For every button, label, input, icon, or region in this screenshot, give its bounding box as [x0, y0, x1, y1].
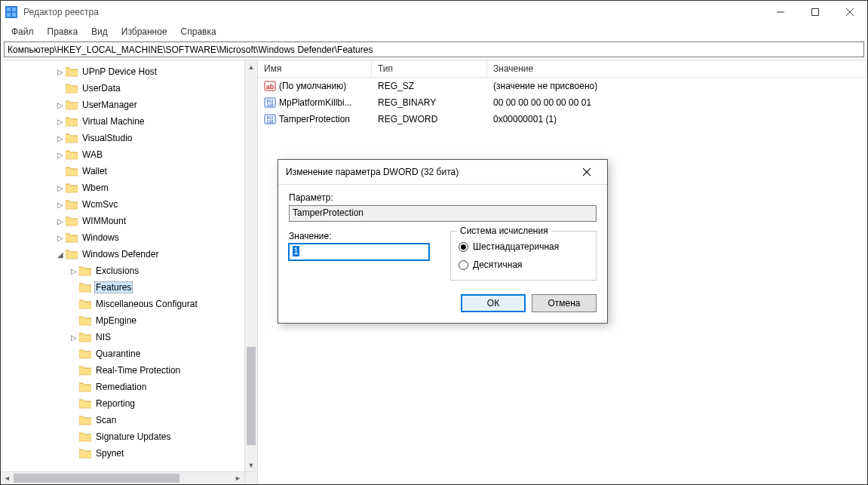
tree-item-label: Windows: [81, 232, 119, 243]
tree-item[interactable]: ▷Windows: [1, 229, 257, 246]
maximize-button[interactable]: [798, 1, 833, 23]
folder-icon: [79, 315, 91, 326]
menu-file[interactable]: Файл: [5, 25, 40, 38]
values-list[interactable]: ab(По умолчанию)REG_SZ(значение не присв…: [258, 78, 867, 127]
menu-edit[interactable]: Правка: [41, 25, 84, 38]
expand-icon[interactable]: [69, 300, 79, 308]
tree-item[interactable]: Wallet: [1, 163, 257, 180]
value-row[interactable]: 011110TamperProtectionREG_DWORD0x0000000…: [258, 111, 867, 127]
address-bar[interactable]: Компьютер\HKEY_LOCAL_MACHINE\SOFTWARE\Mi…: [4, 41, 864, 57]
column-type[interactable]: Тип: [372, 60, 487, 77]
expand-icon[interactable]: ▷: [69, 267, 79, 275]
expand-icon[interactable]: [69, 416, 79, 425]
tree-item[interactable]: Quarantine: [1, 345, 257, 362]
tree-item[interactable]: ▷Wbem: [1, 180, 257, 196]
value-data: (значение не присвоено): [487, 81, 867, 91]
folder-icon: [66, 66, 78, 77]
tree-item[interactable]: ▷Virtual Machine: [1, 113, 257, 130]
expand-icon[interactable]: [55, 84, 66, 93]
minimize-button[interactable]: [763, 1, 798, 23]
value-input[interactable]: 1: [289, 244, 429, 260]
expand-icon[interactable]: [69, 367, 79, 375]
tree-item[interactable]: MpEngine: [1, 312, 257, 329]
expand-icon[interactable]: ▷: [55, 217, 66, 226]
folder-icon: [66, 249, 78, 259]
tree-item[interactable]: ▷UPnP Device Host: [1, 63, 257, 80]
expand-icon[interactable]: ▷: [55, 151, 66, 159]
menu-favorites[interactable]: Избранное: [115, 25, 173, 38]
registry-editor-window: Редактор реестра Файл Правка Вид Избранн…: [0, 0, 868, 485]
expand-icon[interactable]: ▷: [55, 201, 66, 209]
ok-button[interactable]: ОК: [461, 294, 526, 312]
tree-item-label: Quarantine: [94, 348, 140, 359]
expand-icon[interactable]: [55, 167, 66, 176]
tree-item[interactable]: Scan: [1, 412, 257, 428]
tree-item[interactable]: Reporting: [1, 395, 257, 412]
expand-icon[interactable]: [69, 400, 79, 408]
value-row[interactable]: ab(По умолчанию)REG_SZ(значение не присв…: [258, 78, 867, 94]
tree-item[interactable]: ◢Windows Defender: [1, 246, 257, 262]
param-name-field[interactable]: TamperProtection: [289, 205, 597, 222]
value-name: TamperProtection: [279, 114, 350, 124]
folder-icon: [79, 282, 91, 293]
expand-icon[interactable]: ◢: [55, 250, 66, 259]
tree-item-label: WIMMount: [81, 216, 126, 226]
scroll-thumb[interactable]: [247, 347, 256, 445]
scroll-left-button[interactable]: ◄: [1, 472, 14, 484]
expand-icon[interactable]: ▷: [55, 184, 66, 192]
expand-icon[interactable]: [69, 450, 79, 458]
dialog-titlebar[interactable]: Изменение параметра DWORD (32 бита): [278, 160, 607, 184]
column-value[interactable]: Значение: [487, 60, 867, 77]
svg-text:110: 110: [266, 119, 273, 124]
radio-icon: [459, 260, 468, 270]
svg-rect-3: [7, 13, 11, 17]
folder-icon: [66, 133, 78, 143]
expand-icon[interactable]: [69, 284, 79, 292]
scroll-up-button[interactable]: ▲: [245, 60, 257, 73]
tree-item[interactable]: ▷Exclusions: [1, 262, 257, 279]
expand-icon[interactable]: ▷: [55, 101, 66, 109]
value-row[interactable]: 011110MpPlatformKillbi...REG_BINARY00 00…: [258, 94, 867, 111]
radio-dec[interactable]: Десятичная: [459, 257, 588, 272]
tree-item[interactable]: Features: [1, 279, 257, 296]
close-button[interactable]: [833, 1, 867, 23]
registry-tree[interactable]: ▷UPnP Device Host UserData▷UserManager▷V…: [1, 60, 257, 484]
radio-hex[interactable]: Шестнадцатеричная: [459, 239, 588, 254]
tree-item-label: Real-Time Protection: [94, 365, 180, 376]
scroll-down-button[interactable]: ▼: [245, 459, 257, 471]
scroll-right-button[interactable]: ►: [232, 472, 244, 484]
tree-vertical-scrollbar[interactable]: ▲ ▼: [244, 60, 257, 471]
tree-item[interactable]: ▷VisualStudio: [1, 130, 257, 146]
tree-item[interactable]: ▷NIS: [1, 329, 257, 345]
tree-item[interactable]: Remediation: [1, 379, 257, 395]
expand-icon[interactable]: [69, 317, 79, 325]
tree-item-label: WcmSvc: [81, 199, 118, 210]
tree-item[interactable]: Spynet: [1, 445, 257, 462]
tree-item[interactable]: Signature Updates: [1, 428, 257, 445]
tree-item[interactable]: UserData: [1, 80, 257, 97]
expand-icon[interactable]: ▷: [55, 134, 66, 143]
tree-item[interactable]: ▷WAB: [1, 146, 257, 163]
expand-icon[interactable]: ▷: [69, 333, 79, 342]
tree-item-label: UserManager: [81, 100, 137, 110]
folder-icon: [79, 266, 91, 276]
menu-view[interactable]: Вид: [85, 25, 114, 38]
tree-item[interactable]: Miscellaneous Configurat: [1, 296, 257, 312]
expand-icon[interactable]: [69, 383, 79, 391]
menu-help[interactable]: Справка: [175, 25, 222, 38]
expand-icon[interactable]: ▷: [55, 118, 66, 126]
tree-horizontal-scrollbar[interactable]: ◄ ►: [1, 471, 244, 484]
tree-item[interactable]: ▷UserManager: [1, 97, 257, 113]
tree-item[interactable]: ▷WcmSvc: [1, 196, 257, 213]
tree-item[interactable]: ▷WIMMount: [1, 213, 257, 229]
scroll-thumb-horizontal[interactable]: [14, 474, 179, 483]
column-name[interactable]: Имя: [258, 60, 372, 77]
expand-icon[interactable]: [69, 433, 79, 441]
cancel-button[interactable]: Отмена: [532, 294, 597, 312]
expand-icon[interactable]: ▷: [55, 68, 66, 76]
tree-item[interactable]: Real-Time Protection: [1, 362, 257, 379]
dialog-close-button[interactable]: [574, 162, 600, 182]
expand-icon[interactable]: ▷: [55, 234, 66, 242]
expand-icon[interactable]: [69, 350, 79, 358]
folder-icon: [66, 116, 78, 127]
